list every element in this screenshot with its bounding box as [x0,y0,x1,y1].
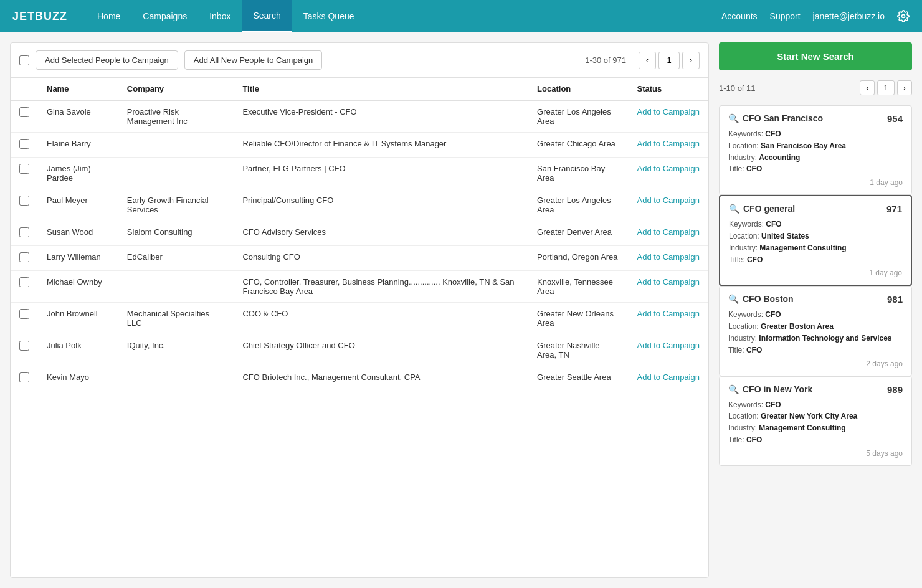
add-to-campaign-link-2[interactable]: Add to Campaign [637,164,700,173]
table-row: John Brownell Mechanical Specialties LLC… [11,303,708,334]
search-title-field-2: Title: CFO [728,345,903,356]
nav-user-email[interactable]: janette@jetbuzz.io [813,11,885,21]
row-checkbox-7[interactable] [19,309,29,319]
add-to-campaign-link-9[interactable]: Add to Campaign [637,372,700,382]
search-count-1: 971 [886,204,902,214]
search-card-title-3: 🔍 CFO in New York [728,384,812,394]
search-title-text-3: CFO in New York [743,384,812,394]
page-number-input[interactable] [658,52,680,69]
nav-inbox[interactable]: Inbox [198,0,242,32]
add-to-campaign-link-6[interactable]: Add to Campaign [637,277,700,287]
nav-home[interactable]: Home [86,0,131,32]
col-name: Name [38,78,118,100]
name-cell-2: James (Jim) Pardee [38,158,118,189]
title-cell-4: CFO Advisory Services [234,221,528,246]
company-cell-7: Mechanical Specialties LLC [118,303,234,334]
search-title-text-0: CFO San Francisco [743,113,823,123]
name-cell-0: Gina Savoie [38,100,118,133]
table-row: Michael Ownby CFO, Controller, Treasurer… [11,271,708,303]
location-cell-0: Greater Los Angeles Area [528,100,628,133]
people-panel: Add Selected People to Campaign Add All … [10,42,709,578]
navbar-right: Accounts Support janette@jetbuzz.io [721,10,910,22]
company-cell-6 [118,271,234,303]
add-all-button[interactable]: Add All New People to Campaign [184,50,323,70]
saved-pagination-info: 1-10 of 11 [719,83,756,93]
row-checkbox-1[interactable] [19,139,29,149]
select-all-checkbox[interactable] [19,55,29,65]
row-checkbox-6[interactable] [19,277,29,287]
row-checkbox-2[interactable] [19,164,29,174]
location-cell-9: Greater Seattle Area [528,366,628,391]
status-cell-9: Add to Campaign [629,366,709,391]
add-selected-button[interactable]: Add Selected People to Campaign [36,50,178,70]
location-cell-6: Knoxville, Tennessee Area [528,271,628,303]
table-header-row: Name Company Title Location Status [11,78,708,100]
row-checkbox-5[interactable] [19,252,29,262]
saved-next-button[interactable]: › [897,80,912,95]
nav-campaigns[interactable]: Campaigns [131,0,198,32]
add-to-campaign-link-7[interactable]: Add to Campaign [637,309,700,318]
settings-icon[interactable] [897,10,910,22]
table-row: James (Jim) Pardee Partner, FLG Partners… [11,158,708,189]
search-card-title-0: 🔍 CFO San Francisco [728,113,823,123]
saved-page-input[interactable] [877,80,895,95]
nav-accounts[interactable]: Accounts [721,11,758,21]
add-to-campaign-link-5[interactable]: Add to Campaign [637,252,700,262]
search-card-1[interactable]: 🔍 CFO general 971 Keywords: CFO Location… [719,195,912,286]
table-row: Elaine Barry Reliable CFO/Director of Fi… [11,133,708,158]
row-checkbox-4[interactable] [19,227,29,237]
add-to-campaign-link-8[interactable]: Add to Campaign [637,341,700,350]
title-cell-3: Principal/Consulting CFO [234,189,528,221]
prev-page-button[interactable]: ‹ [639,52,656,69]
search-time-1: 1 day ago [729,268,902,277]
company-cell-0: Proactive Risk Management Inc [118,100,234,133]
row-checkbox-8[interactable] [19,341,29,351]
add-to-campaign-link-0[interactable]: Add to Campaign [637,107,700,116]
status-cell-5: Add to Campaign [629,246,709,271]
name-cell-1: Elaine Barry [38,133,118,158]
row-checkbox-9[interactable] [19,372,29,382]
nav-search[interactable]: Search [242,0,292,32]
main-layout: Add Selected People to Campaign Add All … [0,32,922,588]
row-checkbox-0[interactable] [19,107,29,117]
nav-tasks[interactable]: Tasks Queue [292,0,366,32]
search-card-3[interactable]: 🔍 CFO in New York 989 Keywords: CFO Loca… [719,376,912,466]
company-cell-9 [118,366,234,391]
search-count-2: 981 [887,294,903,305]
name-cell-9: Kevin Mayo [38,366,118,391]
search-title-field-3: Title: CFO [728,435,903,445]
add-to-campaign-link-1[interactable]: Add to Campaign [637,139,700,148]
search-time-3: 5 days ago [728,449,903,458]
search-location-1: Location: United States [729,231,902,242]
search-keywords-0: Keywords: CFO [728,129,903,140]
next-page-button[interactable]: › [682,52,700,69]
saved-prev-button[interactable]: ‹ [860,80,875,95]
status-cell-8: Add to Campaign [629,334,709,366]
search-card-0[interactable]: 🔍 CFO San Francisco 954 Keywords: CFO Lo… [719,105,912,195]
navbar: JETBUZZ Home Campaigns Inbox Search Task… [0,0,922,32]
company-cell-4: Slalom Consulting [118,221,234,246]
search-card-header-0: 🔍 CFO San Francisco 954 [728,113,903,124]
company-cell-3: Early Growth Financial Services [118,189,234,221]
search-icon-3: 🔍 [728,384,739,394]
status-cell-6: Add to Campaign [629,271,709,303]
table-body: Gina Savoie Proactive Risk Management In… [11,100,708,391]
search-industry-1: Industry: Management Consulting [729,243,902,254]
table-row: Gina Savoie Proactive Risk Management In… [11,100,708,133]
brand-logo: JETBUZZ [12,10,67,23]
search-title-text-2: CFO Boston [743,294,794,304]
status-cell-4: Add to Campaign [629,221,709,246]
nav-support[interactable]: Support [770,11,801,21]
search-keywords-3: Keywords: CFO [728,400,903,410]
search-card-header-1: 🔍 CFO general 971 [729,204,902,214]
add-to-campaign-link-4[interactable]: Add to Campaign [637,227,700,237]
status-cell-0: Add to Campaign [629,100,709,133]
search-title-text-1: CFO general [743,204,795,214]
table-row: Kevin Mayo CFO Briotech Inc., Management… [11,366,708,391]
start-new-search-button[interactable]: Start New Search [719,42,912,70]
add-to-campaign-link-3[interactable]: Add to Campaign [637,196,700,205]
row-checkbox-3[interactable] [19,196,29,206]
search-card-2[interactable]: 🔍 CFO Boston 981 Keywords: CFO Location:… [719,286,912,376]
col-checkbox [11,78,38,100]
location-cell-4: Greater Denver Area [528,221,628,246]
